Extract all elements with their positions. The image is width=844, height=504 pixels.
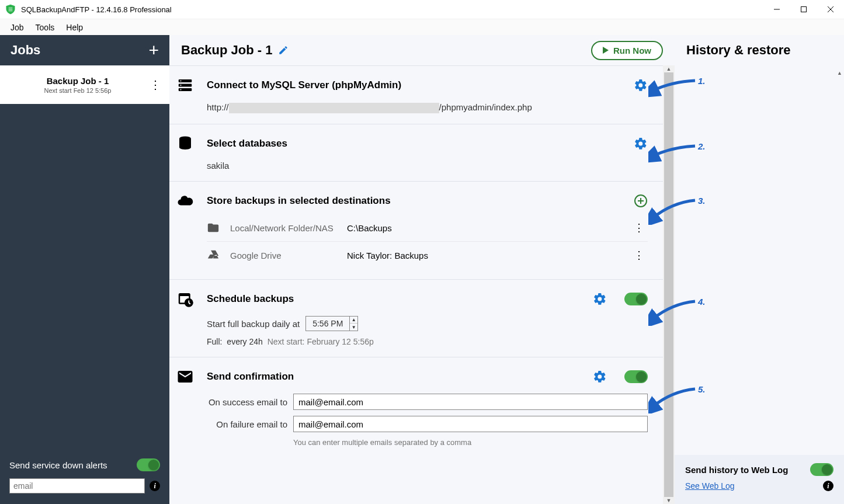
right-scroll-up-icon[interactable]: ▲ [837,70,842,76]
schedule-toggle[interactable] [624,293,648,305]
service-alerts-label: Send service down alerts [9,460,107,470]
menu-help[interactable]: Help [60,21,89,34]
menu-job[interactable]: Job [5,21,30,34]
scroll-down-icon[interactable]: ▼ [663,497,675,504]
connect-settings-button[interactable] [634,78,648,92]
menubar: Job Tools Help [0,19,844,35]
cloud-icon [176,192,196,210]
schedule-time-input[interactable]: 5:56 PM ▲ ▼ [305,316,358,331]
sidebar-header-label: Jobs [11,43,40,58]
connect-url-prefix: http:// [207,102,229,112]
menu-tools[interactable]: Tools [30,21,61,34]
right-panel: History & restore 1. 2. 3. 4. 5. ▲ Send … [675,35,844,504]
section-selectdb-title: Select databases [207,138,623,150]
section-destinations: Store backups in selected destinations L… [169,181,663,279]
schedule-full-value: every 24h [227,337,262,346]
annotation-5: 5. [698,384,706,394]
google-drive-icon [207,249,222,262]
content-panel: Backup Job - 1 Run Now ▲ ▼ Conne [169,35,675,504]
app-logo-icon [5,4,16,15]
job-list-item[interactable]: Backup Job - 1 Next start Feb 12 5:56p ⋮ [0,65,169,104]
destination-value: C:\Backups [347,223,622,233]
success-email-input[interactable] [293,394,648,410]
weblog-toggle[interactable] [810,463,833,476]
annotation-3: 3. [698,196,706,206]
success-email-label: On success email to [207,397,287,407]
calendar-clock-icon [176,290,196,308]
sidebar-header: Jobs + [0,35,169,65]
section-confirmation: Send confirmation On success email to On… [169,357,663,457]
section-select-db: Select databases sakila [169,124,663,181]
weblog-label: Send history to Web Log [685,465,788,475]
destination-row: Google Drive Nick Taylor: Backups ⋮ [207,241,648,269]
failure-email-input[interactable] [293,416,648,432]
scrollbar-thumb[interactable] [664,72,673,497]
annotation-1: 1. [698,76,706,86]
content-scrollbar[interactable]: ▲ ▼ [663,65,675,504]
schedule-next: Next start: February 12 5:56p [268,337,374,346]
job-next-start: Next start Feb 12 5:56p [7,87,148,94]
destination-label: Google Drive [230,251,339,260]
selectdb-settings-button[interactable] [634,137,648,151]
service-alerts-toggle[interactable] [137,458,160,471]
service-alerts-email-input[interactable] [9,478,145,493]
close-button[interactable] [817,0,844,19]
connect-url-suffix: /phpmyadmin/index.php [439,102,532,112]
destination-menu-icon[interactable]: ⋮ [630,249,648,262]
job-title: Backup Job - 1 [181,43,272,58]
run-now-label: Run Now [613,46,651,55]
section-schedule-title: Schedule backups [207,293,582,305]
add-job-button[interactable]: + [148,40,159,60]
right-footer: Send history to Web Log See Web Log i [675,455,844,504]
section-confirm-title: Send confirmation [207,371,582,383]
section-schedule: Schedule backups Start full backup daily… [169,279,663,357]
selected-db: sakila [207,161,229,171]
add-destination-button[interactable] [634,194,648,208]
destination-value: Nick Taylor: Backups [347,251,622,260]
minimize-button[interactable] [763,0,790,19]
failure-email-label: On failure email to [207,419,287,429]
run-now-button[interactable]: Run Now [591,41,663,60]
connect-url-redacted [229,103,439,113]
scroll-up-icon[interactable]: ▲ [663,65,675,72]
destination-label: Local/Network Folder/NAS [230,223,339,233]
confirm-note: You can enter multiple emails separated … [293,438,648,447]
svg-point-7 [180,81,182,82]
titlebar: SQLBackupAndFTP - 12.4.16.8 Professional [0,0,844,19]
server-icon [176,77,196,94]
section-connect: Connect to MySQL Server (phpMyAdmin) htt… [169,65,663,124]
confirm-toggle[interactable] [624,370,648,383]
job-item-menu-icon[interactable]: ⋮ [148,78,162,92]
annotation-2: 2. [698,141,706,151]
edit-name-icon[interactable] [278,45,289,55]
content-header: Backup Job - 1 Run Now [169,35,675,65]
schedule-prefix: Start full backup daily at [207,319,300,329]
section-dest-title: Store backups in selected destinations [207,195,623,207]
destination-menu-icon[interactable]: ⋮ [630,221,648,234]
svg-point-8 [180,85,182,86]
maximize-button[interactable] [790,0,817,19]
info-icon[interactable]: i [823,481,833,491]
right-header: History & restore [675,35,844,65]
job-name: Backup Job - 1 [7,76,148,86]
svg-point-9 [180,89,182,91]
destination-row: Local/Network Folder/NAS C:\Backups ⋮ [207,214,648,241]
time-spinner-down-icon[interactable]: ▼ [350,324,357,331]
window-title: SQLBackupAndFTP - 12.4.16.8 Professional [21,5,172,14]
info-icon[interactable]: i [150,481,160,491]
right-title: History & restore [686,43,791,58]
sidebar: Jobs + Backup Job - 1 Next start Feb 12 … [0,35,169,504]
folder-icon [207,221,222,234]
sidebar-footer: Send service down alerts i [0,450,169,504]
time-spinner-up-icon[interactable]: ▲ [350,316,357,324]
see-web-log-link[interactable]: See Web Log [685,481,735,491]
schedule-full-label: Full: [207,337,222,346]
section-connect-title: Connect to MySQL Server (phpMyAdmin) [207,79,623,91]
svg-rect-1 [801,7,807,12]
annotation-4: 4. [698,297,706,307]
schedule-time-value: 5:56 PM [306,319,349,328]
schedule-settings-button[interactable] [593,292,607,306]
confirm-settings-button[interactable] [593,370,607,384]
play-icon [603,47,609,54]
mail-icon [176,368,196,385]
